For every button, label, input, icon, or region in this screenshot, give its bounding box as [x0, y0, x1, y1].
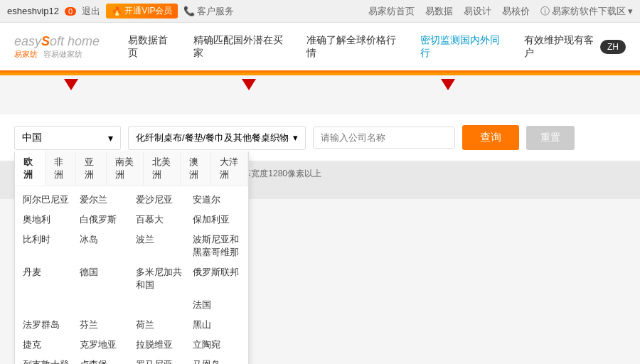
country-item[interactable]: 波兰	[132, 230, 188, 262]
country-item[interactable]: 丹麦	[18, 262, 75, 295]
logo: easy S oft home 易家纺 容易做家纺	[14, 34, 100, 60]
username: esheshvip12	[7, 6, 59, 16]
country-grid: 阿尔巴尼亚爱尔兰爱沙尼亚安道尔奥地利白俄罗斯百慕大保加利亚比利时冰岛波兰波斯尼亚…	[15, 186, 248, 364]
lang-toggle[interactable]: ZH	[600, 40, 626, 54]
nav-maintain-customers[interactable]: 有效维护现有客户	[524, 34, 600, 60]
country-item[interactable]: 芬兰	[75, 315, 132, 335]
tab-south-america[interactable]: 南美洲	[107, 151, 144, 186]
tab-oceania2[interactable]: 大洋洲	[211, 151, 248, 186]
top-link-price[interactable]: 易核价	[502, 5, 530, 18]
country-item[interactable]: 荷兰	[132, 315, 188, 335]
country-item[interactable]: 爱尔兰	[75, 190, 132, 210]
country-item[interactable]: 立陶宛	[188, 335, 245, 355]
customer-service-link[interactable]: 📞 客户服务	[183, 5, 234, 18]
top-link-data[interactable]: 易数据	[425, 5, 453, 18]
country-item[interactable]: 捷克	[18, 335, 75, 355]
country-item[interactable]: 阿尔巴尼亚	[18, 190, 75, 210]
country-item[interactable]: 多米尼加共和国	[132, 262, 188, 295]
top-nav-left: esheshvip12 0 退出 🔥 开通VIP会员 📞 客户服务	[7, 4, 234, 18]
nav-monitor-peers[interactable]: 密切监测国内外同行	[420, 34, 506, 60]
search-bar: 中国 ▾ 化纤制桌布/餐垫/餐巾及其他餐桌织物 ▾ 查询 重置 欧洲 非洲 亚洲…	[0, 114, 640, 161]
category-select[interactable]: 化纤制桌布/餐垫/餐巾及其他餐桌织物 ▾	[128, 126, 306, 150]
nav-match-buyers[interactable]: 精确匹配国外潜在买家	[193, 34, 289, 60]
country-item[interactable]: 爱沙尼亚	[132, 190, 188, 210]
country-item[interactable]: 比利时	[18, 230, 75, 262]
tab-north-america[interactable]: 北美洲	[144, 151, 181, 186]
arrow-1	[64, 79, 78, 90]
country-select[interactable]: 中国 ▾	[14, 126, 121, 150]
country-dropdown-panel: 欧洲 非洲 亚洲 南美洲 北美洲 澳洲 大洋洲 阿尔巴尼亚爱尔兰爱沙尼亚安道尔奥…	[14, 151, 249, 364]
country-item[interactable]: 保加利亚	[188, 210, 245, 230]
country-item[interactable]: 马恩岛	[188, 355, 245, 364]
country-item[interactable]: 安道尔	[188, 190, 245, 210]
country-item[interactable]: 列支敦士登	[18, 355, 75, 364]
arrow-3-icon	[441, 79, 455, 90]
country-item[interactable]	[132, 295, 188, 315]
top-link-design[interactable]: 易设计	[464, 5, 491, 18]
circle-icon: ⓘ	[540, 5, 550, 18]
main-header: easy S oft home 易家纺 容易做家纺 易数据首页 精确匹配国外潜在…	[0, 23, 640, 73]
header-nav: 易数据首页 精确匹配国外潜在买家 准确了解全球价格行情 密切监测国内外同行 有效…	[128, 34, 600, 60]
region-tabs: 欧洲 非洲 亚洲 南美洲 北美洲 澳洲 大洋洲	[15, 151, 248, 186]
headset-icon: 📞	[183, 6, 195, 16]
tab-africa[interactable]: 非洲	[46, 151, 76, 186]
country-item[interactable]: 黑山	[188, 315, 245, 335]
top-nav-right: 易家纺首页 易数据 易设计 易核价 ⓘ 易家纺软件下载区 ▾	[368, 5, 633, 18]
category-arrow-icon: ▾	[293, 132, 298, 143]
dropdown-arrow-icon: ▾	[108, 132, 113, 144]
fire-icon: 🔥	[112, 6, 122, 16]
country-item[interactable]: 百慕大	[132, 210, 188, 230]
reset-button[interactable]: 重置	[526, 126, 575, 150]
country-item[interactable]: 德国	[75, 262, 132, 295]
logo-sub: 易家纺 容易做家纺	[14, 49, 100, 60]
tab-oceania1[interactable]: 澳洲	[181, 151, 211, 186]
country-item[interactable]	[18, 295, 75, 315]
country-item[interactable]: 克罗地亚	[75, 335, 132, 355]
user-badge: 0	[65, 7, 76, 16]
country-item[interactable]: 罗马尼亚	[132, 355, 188, 364]
logo-row: easy S oft home	[14, 34, 100, 49]
logout-button[interactable]: 退出	[82, 5, 100, 18]
country-item[interactable]: 拉脱维亚	[132, 335, 188, 355]
top-link-home[interactable]: 易家纺首页	[368, 5, 415, 18]
arrow-2	[242, 79, 256, 90]
logo-sub2: 容易做家纺	[43, 49, 82, 60]
logo-sub1: 易家纺	[14, 49, 38, 60]
search-button[interactable]: 查询	[462, 125, 519, 150]
logo-area: easy S oft home 易家纺 容易做家纺	[14, 34, 128, 60]
arrow-3	[441, 79, 455, 90]
country-item[interactable]: 白俄罗斯	[75, 210, 132, 230]
top-nav: esheshvip12 0 退出 🔥 开通VIP会员 📞 客户服务 易家纺首页 …	[0, 0, 640, 23]
arrow-1-icon	[64, 79, 78, 90]
tab-asia[interactable]: 亚洲	[76, 151, 107, 186]
download-link[interactable]: ⓘ 易家纺软件下载区 ▾	[540, 5, 633, 18]
nav-data-home[interactable]: 易数据首页	[128, 34, 176, 60]
country-item[interactable]: 卢森堡	[75, 355, 132, 364]
country-item[interactable]	[75, 295, 132, 315]
country-item[interactable]: 奥地利	[18, 210, 75, 230]
country-item[interactable]: 俄罗斯联邦	[188, 262, 245, 295]
nav-global-price[interactable]: 准确了解全球价格行情	[306, 34, 402, 60]
logo-oft: oft home	[50, 34, 100, 49]
logo-easy: easy	[14, 34, 41, 49]
country-item[interactable]: 波斯尼亚和黑塞哥维那	[188, 230, 245, 262]
logo-s: S	[41, 34, 50, 49]
country-item[interactable]: 冰岛	[75, 230, 132, 262]
chevron-down-icon: ▾	[628, 6, 633, 16]
country-item[interactable]: 法国	[188, 295, 245, 315]
tab-europe[interactable]: 欧洲	[15, 151, 46, 186]
arrow-section	[0, 75, 640, 114]
country-item[interactable]: 法罗群岛	[18, 315, 75, 335]
vip-button[interactable]: 🔥 开通VIP会员	[106, 4, 178, 18]
company-input[interactable]	[313, 127, 455, 149]
arrow-2-icon	[242, 79, 256, 90]
